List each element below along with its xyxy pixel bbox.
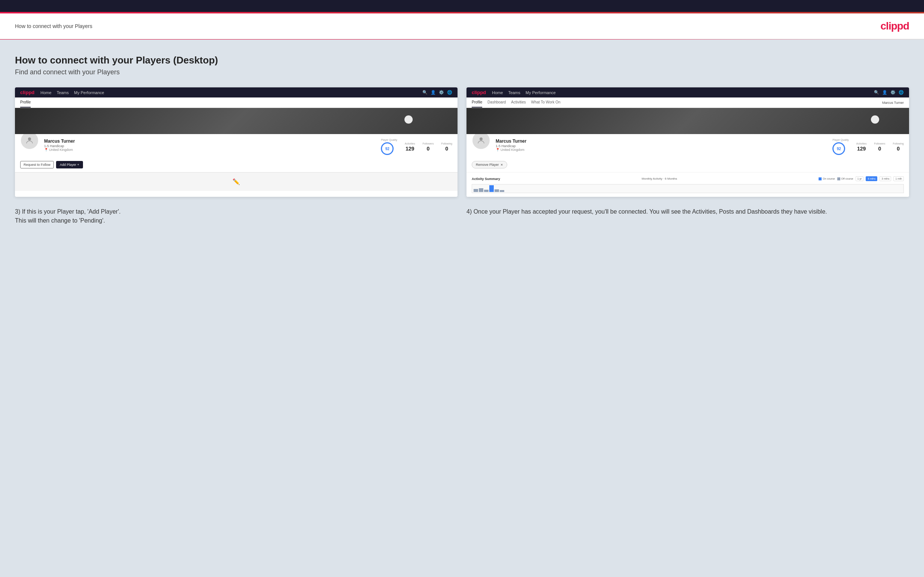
app-nav-items-1: Home Teams My Performance	[40, 90, 417, 95]
profile-handicap-2: 1-5 Handicap	[496, 144, 827, 148]
tab-profile-1[interactable]: Profile	[20, 97, 31, 108]
app-logo-2: clippd	[472, 90, 486, 95]
quality-label-2: Player Quality	[832, 139, 849, 141]
followers-value-2: 0	[874, 146, 885, 152]
activity-period: Monthly Activity · 6 Months	[642, 177, 677, 181]
quality-circle-2: 92	[832, 142, 845, 155]
period-3mths[interactable]: 3 mths	[880, 176, 891, 181]
app-actions-2: Remove Player ✕	[467, 159, 909, 172]
chart-bar-1	[473, 189, 478, 192]
tab-dashboard-2[interactable]: Dashboard	[488, 97, 506, 108]
tab-what-to-2[interactable]: What To Work On	[531, 97, 561, 108]
search-icon-1[interactable]: 🔍	[422, 90, 428, 95]
svg-point-0	[28, 137, 31, 140]
profile-name-1: Marcus Turner	[44, 139, 376, 144]
app-stats-1: Player Quality 92 Activities 129 Followe…	[381, 139, 452, 155]
followers-label-2: Followers	[874, 142, 885, 145]
settings-icon-2[interactable]: ⚙️	[890, 90, 896, 95]
svg-point-1	[480, 137, 483, 140]
nav-teams-1[interactable]: Teams	[57, 90, 69, 95]
profile-name-2: Marcus Turner	[496, 139, 827, 144]
stat-quality-1: Player Quality 92	[381, 139, 397, 155]
following-label-1: Following	[441, 142, 452, 145]
chart-bar-4	[489, 185, 494, 192]
settings-icon-1[interactable]: ⚙️	[439, 90, 444, 95]
app-banner-1	[15, 108, 457, 134]
following-label-2: Following	[893, 142, 904, 145]
profile-info-2: Marcus Turner 1-5 Handicap 📍 United King…	[496, 139, 827, 152]
request-follow-button[interactable]: Request to Follow	[20, 161, 54, 168]
descriptions-row: 3) If this is your Player tap, 'Add Play…	[15, 207, 909, 225]
location-icon-1: 📍	[44, 148, 48, 152]
tabs-left: Profile Dashboard Activities What To Wor…	[472, 97, 560, 108]
app-profile-section-2: Marcus Turner 1-5 Handicap 📍 United King…	[467, 134, 909, 159]
user-icon-2[interactable]: 👤	[882, 90, 887, 95]
app-logo-1: clippd	[20, 90, 34, 95]
app-nav-items-2: Home Teams My Performance	[492, 90, 868, 95]
activities-label-1: Activities	[405, 142, 415, 145]
chart-bar-3	[484, 190, 489, 192]
add-player-button[interactable]: Add Player +	[56, 161, 83, 168]
app-actions-1: Request to Follow Add Player +	[15, 159, 457, 172]
on-course-dot	[819, 177, 822, 181]
location-icon-2: 📍	[496, 148, 500, 152]
app-stats-2: Player Quality 92 Activities 129 Followe…	[832, 139, 904, 155]
globe-icon-2[interactable]: 🌐	[898, 90, 904, 95]
app-tabs-2: Profile Dashboard Activities What To Wor…	[467, 97, 909, 108]
remove-player-label: Remove Player	[476, 163, 499, 166]
main-content: How to connect with your Players (Deskto…	[0, 40, 924, 577]
legend-off: Off course	[837, 177, 853, 181]
search-icon-2[interactable]: 🔍	[874, 90, 879, 95]
nav-teams-2[interactable]: Teams	[508, 90, 520, 95]
remove-player-button[interactable]: Remove Player ✕	[472, 161, 507, 168]
quality-label-1: Player Quality	[381, 139, 397, 141]
period-1yr[interactable]: 1 yr	[856, 176, 864, 181]
period-6mths[interactable]: 6 mths	[866, 176, 877, 181]
nav-performance-1[interactable]: My Performance	[74, 90, 104, 95]
desc-col-left: 3) If this is your Player tap, 'Add Play…	[15, 207, 457, 225]
nav-home-1[interactable]: Home	[40, 90, 51, 95]
chart-area	[472, 184, 904, 193]
header-logo: clippd	[880, 20, 909, 32]
following-value-2: 0	[893, 146, 904, 152]
stat-followers-1: Followers 0	[422, 142, 434, 152]
legend-on: On course	[819, 177, 835, 181]
nav-home-2[interactable]: Home	[492, 90, 503, 95]
followers-value-1: 0	[422, 146, 434, 152]
stat-followers-2: Followers 0	[874, 142, 885, 152]
nav-performance-2[interactable]: My Performance	[525, 90, 556, 95]
desc-text-left: 3) If this is your Player tap, 'Add Play…	[15, 207, 457, 225]
app-banner-2	[467, 108, 909, 134]
off-course-label: Off course	[842, 177, 853, 180]
activity-controls: On course Off course 1 yr 6 mths 3 mths …	[819, 176, 904, 181]
user-icon-1[interactable]: 👤	[431, 90, 436, 95]
off-course-dot	[837, 177, 840, 181]
screenshot-2: clippd Home Teams My Performance 🔍 👤 ⚙️ …	[467, 87, 909, 197]
app-nav-1: clippd Home Teams My Performance 🔍 👤 ⚙️ …	[15, 87, 457, 97]
tab-activities-2[interactable]: Activities	[511, 97, 525, 108]
globe-icon-1[interactable]: 🌐	[447, 90, 452, 95]
profile-info-1: Marcus Turner 1-5 Handicap 📍 United King…	[44, 139, 376, 152]
stat-activities-1: Activities 129	[405, 142, 415, 152]
stat-quality-2: Player Quality 92	[832, 139, 849, 155]
tab-profile-2[interactable]: Profile	[472, 97, 482, 108]
activity-summary: Activity Summary Monthly Activity · 6 Mo…	[467, 172, 909, 197]
screenshot-1: clippd Home Teams My Performance 🔍 👤 ⚙️ …	[15, 87, 457, 197]
chart-bar-2	[479, 188, 483, 192]
app-nav-2: clippd Home Teams My Performance 🔍 👤 ⚙️ …	[467, 87, 909, 97]
banner-ball-1	[404, 115, 413, 124]
activity-header: Activity Summary Monthly Activity · 6 Mo…	[472, 176, 904, 181]
chart-bar-6	[500, 190, 504, 192]
app-nav-icons-2: 🔍 👤 ⚙️ 🌐	[874, 90, 904, 95]
activity-title: Activity Summary	[472, 177, 500, 181]
desc-text-right: 4) Once your Player has accepted your re…	[467, 207, 909, 216]
desc-col-right: 4) Once your Player has accepted your re…	[467, 207, 909, 225]
app-bottom-1: ✏️	[15, 172, 457, 191]
pencil-icon: ✏️	[233, 178, 240, 185]
activities-value-2: 129	[856, 146, 867, 152]
period-1mth[interactable]: 1 mth	[893, 176, 904, 181]
app-profile-section-1: Marcus Turner 1-5 Handicap 📍 United King…	[15, 134, 457, 159]
profile-location-1: 📍 United Kingdom	[44, 148, 376, 152]
activities-value-1: 129	[405, 146, 415, 152]
app-nav-icons-1: 🔍 👤 ⚙️ 🌐	[422, 90, 452, 95]
